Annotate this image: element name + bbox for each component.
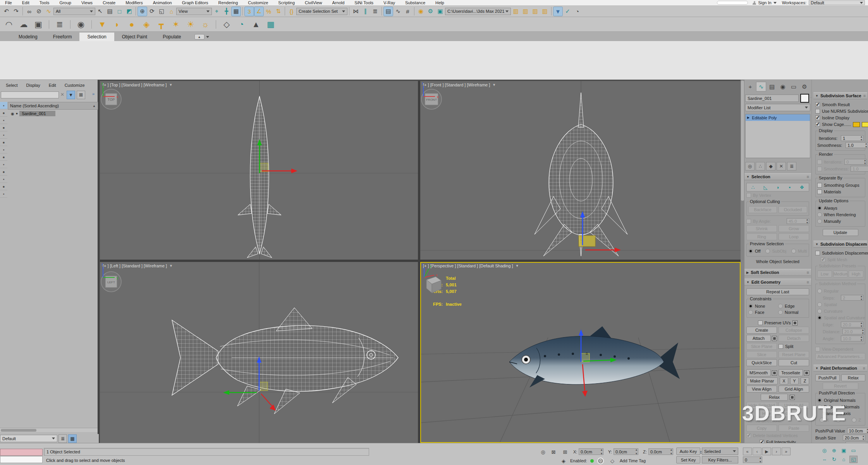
vertex-mode-icon[interactable]: ∴: [751, 184, 755, 190]
select-object-icon[interactable]: ↖: [95, 7, 105, 16]
show-cage-checkbox[interactable]: [815, 122, 820, 127]
axis-x-radio[interactable]: [820, 418, 824, 422]
window-crossing-icon[interactable]: ◩: [124, 7, 134, 16]
full-interactivity-checkbox[interactable]: [760, 440, 764, 443]
maxscript-macro-recorder[interactable]: [0, 449, 43, 456]
x-coordinate-field[interactable]: 0.0cm: [579, 448, 603, 455]
hide-unselected-button[interactable]: Hide Unselected: [756, 410, 799, 417]
explorer-h-scrollbar[interactable]: [0, 428, 98, 432]
split-mesh-checkbox[interactable]: [821, 257, 825, 262]
menu-scripting[interactable]: Scripting: [273, 0, 300, 5]
select-scale-icon[interactable]: ◱: [157, 7, 167, 16]
grid-align-button[interactable]: Grid Align: [779, 386, 809, 393]
strip-icon-9[interactable]: ▪: [0, 161, 7, 168]
strip-icon-4[interactable]: ●: [0, 124, 7, 131]
ribbon-tab-freeform[interactable]: Freeform: [45, 33, 80, 41]
method-regular-radio[interactable]: [817, 289, 822, 293]
slice-button[interactable]: Slice: [746, 351, 777, 358]
materials-checkbox[interactable]: [817, 189, 822, 194]
ribbon-tab-selection[interactable]: Selection: [79, 33, 114, 41]
pie-icon[interactable]: ◔: [235, 19, 247, 30]
preview-off-radio[interactable]: [748, 249, 753, 253]
distance-spinner[interactable]: 20.0: [842, 329, 865, 334]
revert-button[interactable]: Revert: [823, 382, 858, 389]
object-color-swatch[interactable]: [800, 94, 809, 103]
reset-plane-button[interactable]: Reset Plane: [779, 351, 809, 358]
viewport-filter-icon[interactable]: ▼: [169, 83, 172, 87]
menu-group[interactable]: Group: [54, 0, 76, 5]
constraint-edge-radio[interactable]: [778, 304, 783, 308]
play-button[interactable]: ▶: [762, 448, 771, 455]
pin-stack-icon[interactable]: ◎: [745, 162, 755, 170]
select-rotate-icon[interactable]: ⟳: [147, 7, 157, 16]
render-smoothness-checkbox[interactable]: [817, 167, 822, 171]
panel-scrollbar-thumb[interactable]: [741, 81, 744, 201]
area-light-icon[interactable]: ┳: [155, 19, 167, 30]
push-pull-value-spinner[interactable]: 10.0cm: [847, 428, 868, 434]
cut-button[interactable]: Cut: [779, 359, 809, 366]
set-key-button[interactable]: Set Key: [676, 456, 700, 463]
ribbon-options-chevron-icon[interactable]: [206, 36, 209, 38]
menu-vray[interactable]: V-Ray: [378, 0, 400, 5]
menu-civilview[interactable]: CivilView: [300, 0, 327, 5]
menu-file[interactable]: File: [0, 0, 17, 5]
spinner-snap-icon[interactable]: ⇅: [273, 7, 283, 16]
strip-icon-8[interactable]: ●: [0, 153, 7, 161]
cloud-icon[interactable]: ☁: [18, 19, 29, 30]
preview-subobj-radio[interactable]: [765, 249, 770, 253]
tower-icon[interactable]: ▲: [250, 19, 262, 30]
cage-color-swatch-2[interactable]: [862, 122, 868, 127]
render-iterations-checkbox[interactable]: [817, 160, 822, 164]
make-unique-icon[interactable]: ◆: [766, 162, 775, 170]
animation-layer-badge[interactable]: 0: [597, 458, 604, 464]
planar-y-button[interactable]: Y: [790, 377, 799, 384]
preview-multi-radio[interactable]: [791, 249, 796, 253]
viewport-top[interactable]: [+ ] [Top ] [Standard ] [Wireframe ]▼ TO…: [100, 81, 418, 260]
collapse-button[interactable]: Collapse: [779, 327, 809, 334]
rollout-edit-geometry[interactable]: ▼Edit Geometry: [744, 279, 811, 286]
proxy-box-icon[interactable]: ▣: [33, 19, 44, 30]
rays-icon[interactable]: ☼: [199, 19, 211, 30]
configure-sets-icon[interactable]: ≣: [787, 162, 796, 170]
axis-z-radio[interactable]: [852, 418, 856, 422]
split-checkbox[interactable]: [779, 344, 783, 349]
percent-snap-icon[interactable]: %: [264, 7, 273, 16]
polygon-mode-icon[interactable]: ▪: [789, 184, 791, 190]
project-folder-dropdown[interactable]: C:\Users\davi...\3ds Max 2021: [445, 8, 511, 15]
border-mode-icon[interactable]: ◗: [777, 184, 780, 190]
stack-item-editable-poly[interactable]: ▶ Editable Poly: [746, 114, 810, 121]
advanced-parameters-button[interactable]: Advanced Parameters...: [815, 353, 865, 360]
msmooth-settings-button[interactable]: [772, 370, 777, 375]
menu-edit[interactable]: Edit: [17, 0, 34, 5]
slice-plane-button[interactable]: Slice Plane: [746, 343, 777, 350]
rollout-subdivision-displacement[interactable]: ▼Subdivision Displacement: [813, 241, 867, 248]
view-align-button[interactable]: View Align: [746, 386, 777, 393]
menu-tools[interactable]: Tools: [34, 0, 55, 5]
gauge-icon[interactable]: ◔: [572, 7, 582, 16]
view-dependent-checkbox[interactable]: [815, 347, 820, 351]
keyboard-override-icon[interactable]: ▦: [231, 7, 241, 16]
occluded-button[interactable]: Occluded: [779, 206, 807, 213]
delete-isolated-checkbox[interactable]: [746, 433, 751, 438]
menu-sini-tools[interactable]: SiNi Tools: [349, 0, 378, 5]
curve-editor-icon[interactable]: ∿: [393, 7, 403, 16]
cells-icon[interactable]: ▦: [265, 19, 277, 30]
explorer-column-header[interactable]: Name (Sorted Ascending) ▲: [8, 102, 98, 110]
isoline-display-checkbox[interactable]: [815, 115, 820, 120]
go-to-end-button[interactable]: »: [782, 448, 791, 455]
strip-icon-3[interactable]: ▪: [0, 117, 7, 124]
name-chevron-icon[interactable]: [811, 97, 811, 99]
layer-manager-icon[interactable]: ≣: [370, 7, 380, 16]
select-by-name-icon[interactable]: ▤: [105, 7, 115, 16]
render-preset-4-icon[interactable]: ▥: [540, 7, 550, 16]
layers-stack-button[interactable]: ≣: [58, 434, 67, 443]
update-always-radio[interactable]: [817, 206, 822, 210]
deformed-normals-radio[interactable]: [817, 405, 822, 409]
render-preset-1-icon[interactable]: ▥: [511, 7, 521, 16]
menu-substance[interactable]: Substance: [400, 0, 430, 5]
method-curvature-radio[interactable]: [817, 309, 822, 313]
update-manually-radio[interactable]: [817, 219, 822, 224]
copy-button[interactable]: Copy: [746, 425, 777, 432]
by-vertex-checkbox[interactable]: [746, 193, 751, 198]
check-icon[interactable]: ✓: [563, 7, 572, 16]
